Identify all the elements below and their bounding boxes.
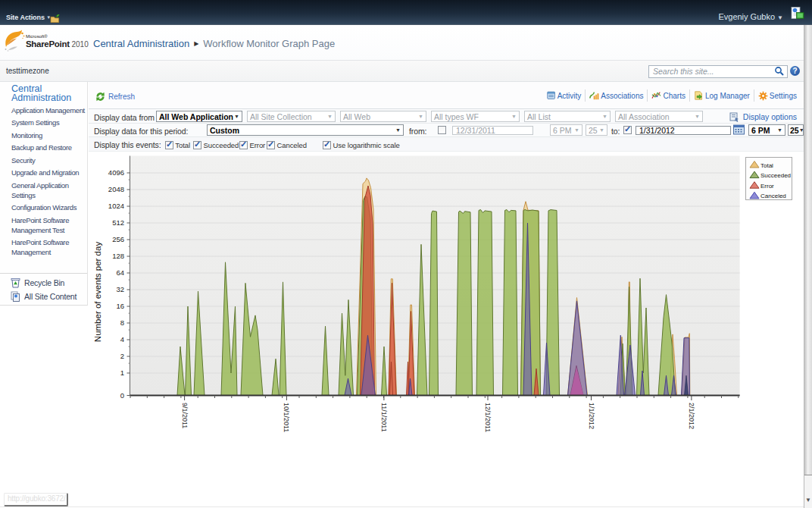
svg-text:2048: 2048 — [108, 185, 124, 193]
svg-text:4: 4 — [120, 335, 124, 343]
svg-text:Succeeded: Succeeded — [760, 172, 791, 179]
svg-text:11/1/2011: 11/1/2011 — [380, 403, 388, 432]
svg-text:1024: 1024 — [108, 202, 124, 210]
svg-text:16: 16 — [116, 302, 124, 310]
svg-text:1/1/2012: 1/1/2012 — [588, 403, 595, 429]
svg-text:Total: Total — [760, 162, 773, 169]
svg-text:8: 8 — [120, 318, 124, 327]
svg-text:64: 64 — [116, 268, 124, 277]
svg-text:1: 1 — [120, 368, 124, 377]
svg-text:0: 0 — [120, 391, 124, 400]
svg-text:256: 256 — [112, 235, 124, 243]
svg-text:Canceled: Canceled — [760, 193, 786, 199]
svg-text:10/1/2011: 10/1/2011 — [283, 403, 290, 432]
svg-text:Error: Error — [760, 183, 774, 190]
svg-text:2/1/2012: 2/1/2012 — [688, 403, 695, 429]
svg-text:Number of events per day: Number of events per day — [93, 242, 102, 343]
svg-text:512: 512 — [112, 218, 124, 227]
svg-text:SharePoint 2010: SharePoint 2010 — [26, 39, 89, 49]
svg-text:2: 2 — [120, 352, 124, 360]
svg-text:32: 32 — [116, 285, 124, 293]
svg-text:12/1/2011: 12/1/2011 — [484, 403, 492, 432]
svg-text:Microsoft®: Microsoft® — [26, 34, 48, 39]
svg-text:9/1/2011: 9/1/2011 — [181, 403, 189, 428]
svg-text:4096: 4096 — [108, 168, 124, 177]
svg-text:128: 128 — [112, 252, 124, 260]
